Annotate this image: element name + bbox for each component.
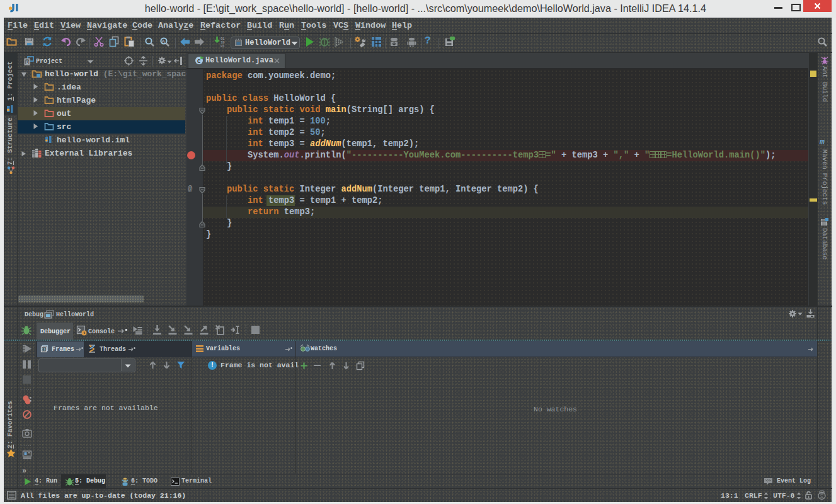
svg-text:C: C [197, 59, 201, 65]
svg-text:A: A [162, 39, 166, 45]
svg-text:01: 01 [220, 44, 225, 48]
